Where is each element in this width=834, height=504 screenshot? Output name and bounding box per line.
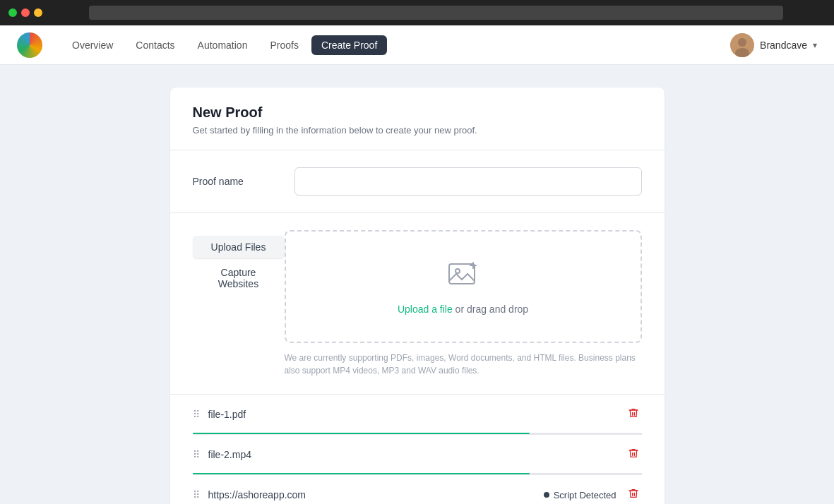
svg-rect-3 — [449, 264, 475, 284]
navbar: Overview Contacts Automation Proofs Crea… — [0, 25, 834, 65]
file-name: file-2.mp4 — [208, 449, 625, 460]
drag-handle-icon[interactable]: ⠿ — [193, 489, 200, 500]
file-list: ⠿ file-1.pdf ⠿ file-2.mp4 — [170, 395, 665, 504]
file-progress-bar — [193, 433, 642, 434]
maximize-button[interactable] — [8, 8, 17, 17]
minimize-button[interactable] — [34, 8, 42, 17]
proof-name-input[interactable] — [294, 167, 642, 196]
table-row: ⠿ https://ashoreapp.com Script Detected — [193, 475, 642, 504]
delete-file-button[interactable] — [625, 404, 642, 424]
file-progress-bar — [193, 473, 642, 474]
nav-link-overview[interactable]: Overview — [62, 35, 123, 55]
svg-point-4 — [455, 269, 460, 273]
delete-file-button[interactable] — [625, 445, 642, 464]
upload-file-link[interactable]: Upload a file — [398, 304, 453, 315]
app-logo[interactable] — [17, 32, 42, 58]
titlebar — [0, 0, 834, 25]
form-subtitle: Get started by filling in the informatio… — [193, 125, 642, 136]
form-header: New Proof Get started by filling in the … — [170, 88, 665, 150]
file-name: file-1.pdf — [208, 409, 625, 420]
url-bar[interactable] — [89, 6, 783, 20]
table-row: ⠿ file-1.pdf — [193, 395, 642, 435]
workspace-name: Brandcave — [760, 40, 807, 51]
navbar-right: Brandcave ▾ — [730, 33, 817, 57]
upload-dropzone[interactable]: Upload a file or drag and drop — [285, 230, 642, 343]
proof-name-label: Proof name — [193, 176, 278, 187]
upload-files-tab[interactable]: Upload Files — [193, 236, 285, 258]
upload-icon — [446, 258, 480, 298]
nav-link-contacts[interactable]: Contacts — [126, 35, 184, 55]
close-button[interactable] — [21, 8, 30, 17]
avatar — [730, 33, 754, 57]
nav-link-create-proof[interactable]: Create Proof — [311, 35, 387, 55]
main-content: New Proof Get started by filling in the … — [0, 65, 834, 504]
upload-section: Upload Files Capture Websites — [170, 213, 665, 395]
upload-tabs: Upload Files Capture Websites — [193, 230, 285, 377]
badge-label: Script Detected — [554, 490, 616, 500]
upload-area-wrapper: Upload a file or drag and drop We are cu… — [285, 230, 642, 377]
script-detected-badge: Script Detected — [544, 490, 616, 500]
form-container: New Proof Get started by filling in the … — [170, 88, 665, 504]
nav-links: Overview Contacts Automation Proofs Crea… — [62, 35, 730, 55]
table-row: ⠿ file-2.mp4 — [193, 435, 642, 475]
upload-dropzone-or: or drag and drop — [453, 304, 528, 315]
nav-link-proofs[interactable]: Proofs — [260, 35, 308, 55]
upload-dropzone-text: Upload a file or drag and drop — [398, 304, 528, 315]
delete-file-button[interactable] — [625, 485, 642, 504]
chevron-down-icon[interactable]: ▾ — [813, 40, 817, 50]
capture-websites-tab[interactable]: Capture Websites — [193, 261, 285, 295]
drag-handle-icon[interactable]: ⠿ — [193, 449, 200, 460]
drag-handle-icon[interactable]: ⠿ — [193, 409, 200, 420]
badge-dot — [544, 492, 549, 498]
svg-point-1 — [738, 38, 746, 47]
upload-hint: We are currently supporting PDFs, images… — [285, 343, 642, 377]
file-name: https://ashoreapp.com — [208, 489, 544, 500]
proof-name-row: Proof name — [170, 150, 665, 213]
form-title: New Proof — [193, 104, 642, 121]
nav-link-automation[interactable]: Automation — [188, 35, 258, 55]
